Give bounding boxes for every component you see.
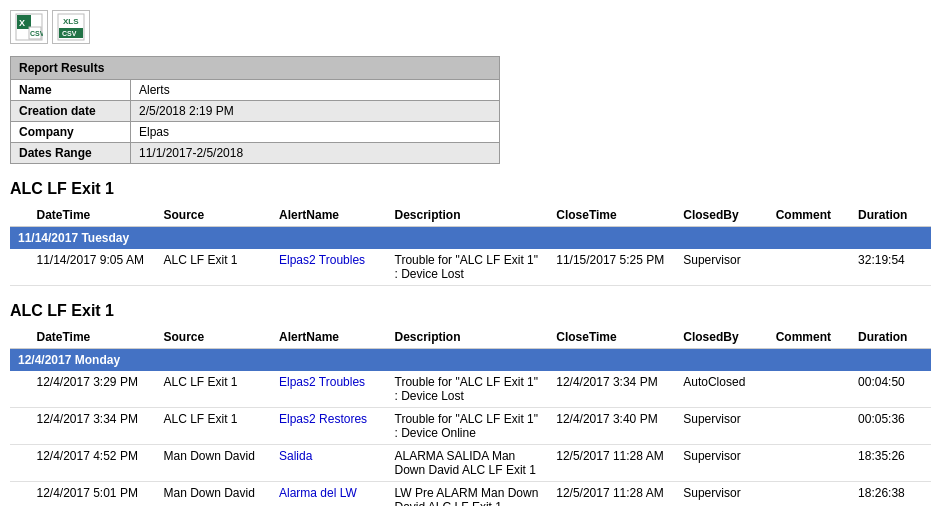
cell-closetime: 11/15/2017 5:25 PM [548,249,675,286]
cell-closedby: Supervisor [675,408,767,445]
cell-datetime: 12/4/2017 5:01 PM [28,482,155,507]
date-group-label: 11/14/2017 Tuesday [10,227,931,250]
column-header-description: Description [387,326,549,349]
cell-comment [768,371,850,408]
column-header-source: Source [156,204,272,227]
cell-closetime: 12/5/2017 11:28 AM [548,482,675,507]
cell-alertname: Elpas2 Troubles [271,371,387,408]
cell-duration: 18:35:26 [850,445,931,482]
date-group-row: 12/4/2017 Monday [10,349,931,372]
cell-source: ALC LF Exit 1 [156,249,272,286]
cell-closetime: 12/4/2017 3:40 PM [548,408,675,445]
column-header-comment: Comment [768,204,850,227]
cell-comment [768,408,850,445]
svg-text:CSV: CSV [62,30,77,37]
cell-datetime: 11/14/2017 9:05 AM [28,249,155,286]
cell-source: Man Down David [156,445,272,482]
toolbar: X CSV CSV XLS [10,10,931,44]
report-row: NameAlerts [11,80,500,101]
cell-duration: 00:04:50 [850,371,931,408]
column-header-closetime: CloseTime [548,204,675,227]
column-header-duration: Duration [850,326,931,349]
cell-datetime: 12/4/2017 3:34 PM [28,408,155,445]
report-results-table: Report Results NameAlertsCreation date2/… [10,56,500,164]
data-table: DateTimeSourceAlertNameDescriptionCloseT… [10,326,931,506]
cell-closetime: 12/5/2017 11:28 AM [548,445,675,482]
section-title: ALC LF Exit 1 [10,180,931,198]
cell-duration: 32:19:54 [850,249,931,286]
report-key: Creation date [11,101,131,122]
cell-source: ALC LF Exit 1 [156,408,272,445]
alertname-link[interactable]: Elpas2 Troubles [279,253,365,267]
date-group-row: 11/14/2017 Tuesday [10,227,931,250]
cell-alertname: Salida [271,445,387,482]
alertname-link[interactable]: Alarma del LW [279,486,357,500]
column-header-closedby: ClosedBy [675,204,767,227]
report-row: Creation date2/5/2018 2:19 PM [11,101,500,122]
cell-comment [768,445,850,482]
report-value: 11/1/2017-2/5/2018 [131,143,500,164]
cell-closetime: 12/4/2017 3:34 PM [548,371,675,408]
column-header-description: Description [387,204,549,227]
table-row: 12/4/2017 3:34 PMALC LF Exit 1Elpas2 Res… [10,408,931,445]
alertname-link[interactable]: Elpas2 Troubles [279,375,365,389]
column-header-comment: Comment [768,326,850,349]
alertname-link[interactable]: Elpas2 Restores [279,412,367,426]
cell-source: ALC LF Exit 1 [156,371,272,408]
cell-description: ALARMA SALIDA Man Down David ALC LF Exit… [387,445,549,482]
cell-closedby: Supervisor [675,482,767,507]
report-key: Name [11,80,131,101]
date-group-label: 12/4/2017 Monday [10,349,931,372]
table-row: 12/4/2017 4:52 PMMan Down DavidSalidaALA… [10,445,931,482]
svg-text:CSV: CSV [30,30,43,37]
cell-alertname: Alarma del LW [271,482,387,507]
table-row: 11/14/2017 9:05 AMALC LF Exit 1Elpas2 Tr… [10,249,931,286]
report-row: Dates Range11/1/2017-2/5/2018 [11,143,500,164]
report-key: Company [11,122,131,143]
column-header-duration: Duration [850,204,931,227]
cell-closedby: Supervisor [675,249,767,286]
cell-comment [768,249,850,286]
table-row: 12/4/2017 5:01 PMMan Down DavidAlarma de… [10,482,931,507]
cell-closedby: AutoClosed [675,371,767,408]
cell-duration: 00:05:36 [850,408,931,445]
cell-source: Man Down David [156,482,272,507]
report-value: 2/5/2018 2:19 PM [131,101,500,122]
column-header-closedby: ClosedBy [675,326,767,349]
alertname-link[interactable]: Salida [279,449,312,463]
export-csv-button[interactable]: CSV XLS [52,10,90,44]
cell-alertname: Elpas2 Troubles [271,249,387,286]
cell-description: Trouble for "ALC LF Exit 1" : Device Los… [387,371,549,408]
column-header-source: Source [156,326,272,349]
column-header-alertname: AlertName [271,326,387,349]
column-header-datetime: DateTime [28,326,155,349]
table-row: 12/4/2017 3:29 PMALC LF Exit 1Elpas2 Tro… [10,371,931,408]
report-results-header: Report Results [11,57,500,80]
cell-duration: 18:26:38 [850,482,931,507]
cell-description: Trouble for "ALC LF Exit 1" : Device Onl… [387,408,549,445]
data-table: DateTimeSourceAlertNameDescriptionCloseT… [10,204,931,286]
cell-description: LW Pre ALARM Man Down David ALC LF Exit … [387,482,549,507]
report-row: CompanyElpas [11,122,500,143]
export-excel-button[interactable]: X CSV [10,10,48,44]
cell-alertname: Elpas2 Restores [271,408,387,445]
column-header-alertname: AlertName [271,204,387,227]
cell-datetime: 12/4/2017 3:29 PM [28,371,155,408]
cell-comment [768,482,850,507]
report-value: Elpas [131,122,500,143]
cell-datetime: 12/4/2017 4:52 PM [28,445,155,482]
column-header-closetime: CloseTime [548,326,675,349]
column-header-datetime: DateTime [28,204,155,227]
section-title: ALC LF Exit 1 [10,302,931,320]
cell-description: Trouble for "ALC LF Exit 1" : Device Los… [387,249,549,286]
svg-text:X: X [19,18,25,28]
svg-text:XLS: XLS [63,17,79,26]
cell-closedby: Supervisor [675,445,767,482]
report-key: Dates Range [11,143,131,164]
report-value: Alerts [131,80,500,101]
